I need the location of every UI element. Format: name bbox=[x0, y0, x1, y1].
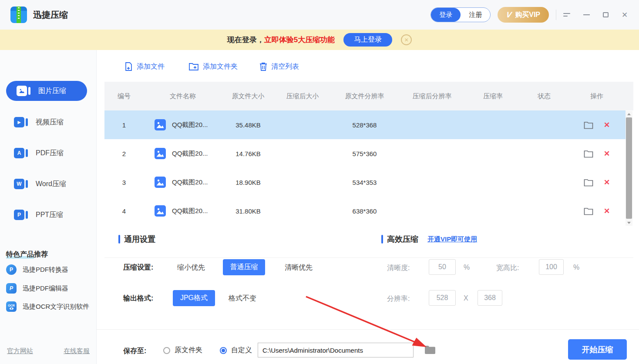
sidebar-item-image-compress[interactable]: 图片压缩 bbox=[6, 81, 87, 101]
promo-item-pdf-editor[interactable]: P 迅捷PDF编辑器 bbox=[6, 283, 68, 294]
open-vip-link[interactable]: 开通VIP即可使用 bbox=[427, 235, 477, 244]
orig-resolution: 528*368 bbox=[331, 121, 398, 129]
ppt-compress-icon: P bbox=[14, 210, 28, 220]
add-file-label: 添加文件 bbox=[137, 62, 165, 71]
delete-row-button[interactable]: ✕ bbox=[604, 207, 610, 215]
titlebar: 迅捷压缩 登录 注册 V 购买VIP ✕ bbox=[0, 0, 639, 30]
table-row[interactable]: 4 QQ截图20... 31.80KB 638*360 ✕ bbox=[104, 197, 626, 225]
buy-vip-label: 购买VIP bbox=[515, 10, 540, 20]
add-folder-label: 添加文件夹 bbox=[203, 62, 238, 71]
pdf-converter-icon: P bbox=[6, 264, 17, 275]
hq-compress-title: 高效压缩 开通VIP即可使用 bbox=[381, 234, 477, 244]
auth-pill: 登录 注册 bbox=[430, 7, 491, 22]
aspect-ratio-label: 宽高比: bbox=[496, 264, 519, 273]
pdf-editor-icon: P bbox=[6, 283, 17, 294]
trash-icon bbox=[259, 62, 267, 71]
section-bar bbox=[118, 235, 120, 244]
clear-list-button[interactable]: 清空列表 bbox=[259, 62, 299, 71]
resolution-label: 分辨率: bbox=[387, 294, 410, 304]
sidebar-item-word-compress[interactable]: W Word压缩 bbox=[0, 174, 97, 194]
close-icon[interactable]: ✕ bbox=[621, 11, 629, 19]
sidebar-item-video-compress[interactable]: ▶ 视频压缩 bbox=[0, 112, 97, 132]
sidebar-item-pdf-compress[interactable]: A PDF压缩 bbox=[0, 143, 97, 163]
general-settings-title: 通用设置 bbox=[118, 234, 155, 244]
buy-vip-button[interactable]: V 购买VIP bbox=[498, 7, 549, 23]
aspect-ratio-input[interactable] bbox=[539, 259, 564, 275]
clarity-unit: % bbox=[464, 264, 470, 271]
ocr-icon: OCR bbox=[6, 301, 17, 312]
add-file-button[interactable]: 添加文件 bbox=[124, 62, 165, 71]
orig-size: 35.48KB bbox=[222, 121, 274, 129]
option-jpg-format[interactable]: JPG格式 bbox=[173, 290, 215, 306]
open-folder-button[interactable] bbox=[584, 121, 593, 129]
option-keep-format[interactable]: 格式不变 bbox=[229, 294, 256, 303]
table-row[interactable]: 1 QQ截图20... 35.48KB 528*368 ✕ bbox=[104, 110, 626, 139]
banner-text: 现在登录，立即体验5大压缩功能 bbox=[227, 35, 335, 45]
browse-folder-icon[interactable] bbox=[424, 345, 436, 356]
scroll-down-icon[interactable] bbox=[626, 220, 632, 226]
maximize-icon[interactable] bbox=[602, 11, 609, 19]
menu-icon[interactable] bbox=[563, 11, 571, 19]
save-to-label: 保存至: bbox=[123, 347, 146, 356]
radio-custom-folder[interactable]: 自定义 bbox=[220, 346, 252, 355]
login-button[interactable]: 登录 bbox=[431, 8, 461, 22]
clarity-label: 清晰度: bbox=[387, 264, 410, 273]
promo-item-label: 迅捷OCR文字识别软件 bbox=[23, 303, 89, 311]
radio-checked-icon bbox=[220, 347, 227, 354]
file-toolbar: 添加文件 添加文件夹 清空列表 bbox=[97, 56, 639, 77]
banner-close-icon[interactable]: ✕ bbox=[401, 34, 412, 45]
online-support-link[interactable]: 在线客服 bbox=[64, 347, 90, 355]
col-header-orig-resolution: 原文件分辨率 bbox=[331, 92, 398, 100]
option-clarity-first[interactable]: 清晰优先 bbox=[285, 263, 313, 272]
scroll-up-icon[interactable] bbox=[626, 111, 632, 117]
row-no: 2 bbox=[104, 150, 144, 157]
banner-login-button[interactable]: 马上登录 bbox=[343, 33, 392, 47]
row-no: 4 bbox=[104, 207, 144, 215]
open-folder-button[interactable] bbox=[584, 150, 593, 158]
promo-item-pdf-converter[interactable]: P 迅捷PDF转换器 bbox=[6, 264, 68, 275]
promo-item-label: 迅捷PDF编辑器 bbox=[23, 284, 68, 293]
register-button[interactable]: 注册 bbox=[461, 8, 490, 22]
table-row[interactable]: 3 QQ截图20... 18.90KB 534*353 ✕ bbox=[104, 168, 626, 197]
option-shrink-first[interactable]: 缩小优先 bbox=[177, 263, 205, 272]
sidebar-item-label: PDF压缩 bbox=[36, 149, 64, 158]
save-path-input[interactable] bbox=[258, 343, 414, 357]
file-name: QQ截图20... bbox=[172, 178, 208, 187]
delete-row-button[interactable]: ✕ bbox=[604, 121, 610, 129]
clarity-input[interactable] bbox=[429, 259, 456, 275]
start-compress-button[interactable]: 开始压缩 bbox=[568, 339, 627, 360]
delete-row-button[interactable]: ✕ bbox=[604, 179, 610, 186]
delete-row-button[interactable]: ✕ bbox=[604, 150, 610, 157]
section-bar bbox=[381, 235, 383, 244]
resolution-height-input[interactable] bbox=[478, 290, 502, 306]
radio-original-folder[interactable]: 原文件夹 bbox=[163, 346, 202, 355]
app-logo-icon bbox=[10, 7, 27, 23]
orig-size: 18.90KB bbox=[222, 179, 274, 186]
resolution-width-input[interactable] bbox=[429, 290, 456, 306]
word-compress-icon: W bbox=[14, 179, 28, 189]
table-row[interactable]: 2 QQ截图20... 14.76KB 575*360 ✕ bbox=[104, 139, 626, 168]
minimize-icon[interactable] bbox=[582, 11, 590, 19]
file-name: QQ截图20... bbox=[172, 121, 208, 129]
official-site-link[interactable]: 官方网站 bbox=[7, 347, 33, 355]
col-header-status: 状态 bbox=[520, 92, 568, 100]
bottom-divider bbox=[97, 329, 639, 330]
open-folder-button[interactable] bbox=[584, 178, 593, 187]
promo-section-title: 特色产品推荐 bbox=[6, 250, 48, 259]
login-banner: 现在登录，立即体验5大压缩功能 马上登录 ✕ bbox=[0, 30, 639, 50]
option-normal-compress[interactable]: 普通压缩 bbox=[223, 259, 265, 275]
sidebar-item-label: Word压缩 bbox=[36, 180, 66, 189]
table-scrollbar[interactable] bbox=[626, 111, 632, 226]
banner-highlight: 立即体验5大压缩功能 bbox=[264, 36, 335, 44]
clear-list-label: 清空列表 bbox=[271, 62, 299, 71]
col-header-no: 编号 bbox=[104, 92, 144, 100]
output-format-label: 输出格式: bbox=[123, 294, 153, 303]
col-header-actions: 操作 bbox=[568, 92, 626, 100]
promo-item-ocr[interactable]: OCR 迅捷OCR文字识别软件 bbox=[6, 301, 89, 312]
scrollbar-thumb[interactable] bbox=[626, 117, 632, 219]
sidebar-item-ppt-compress[interactable]: P PPT压缩 bbox=[0, 205, 97, 225]
open-folder-button[interactable] bbox=[584, 207, 593, 215]
titlebar-separator bbox=[556, 10, 556, 20]
add-folder-button[interactable]: 添加文件夹 bbox=[188, 62, 238, 71]
sidebar-item-label: 图片压缩 bbox=[38, 87, 66, 96]
